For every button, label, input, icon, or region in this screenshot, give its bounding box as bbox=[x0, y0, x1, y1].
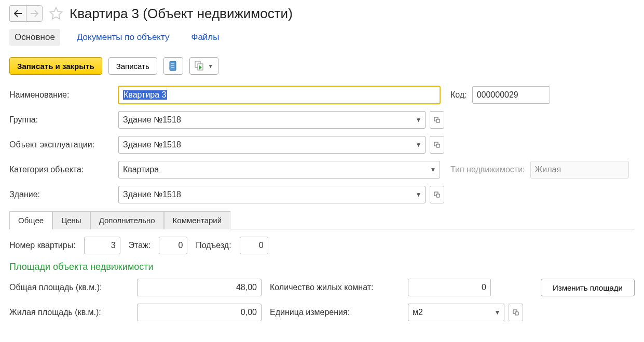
exploit-object-input[interactable]: Здание №1518 bbox=[118, 136, 412, 154]
chevron-down-icon: ▼ bbox=[430, 166, 436, 173]
nav-tab-documents[interactable]: Документы по объекту bbox=[72, 29, 175, 46]
realty-type-label: Тип недвижимости: bbox=[450, 165, 525, 174]
chevron-down-icon: ▼ bbox=[208, 63, 213, 69]
chevron-down-icon: ▼ bbox=[416, 141, 422, 148]
name-label: Наименование: bbox=[9, 90, 113, 100]
floor-label: Этаж: bbox=[129, 241, 151, 250]
name-value: Квартира 3 bbox=[123, 90, 167, 100]
group-input[interactable]: Здание №1518 bbox=[118, 111, 412, 129]
floor-input[interactable] bbox=[159, 237, 187, 254]
apt-number-input[interactable] bbox=[84, 237, 120, 254]
page-title: Квартира 3 (Объект недвижимости) bbox=[70, 6, 293, 22]
exploit-open-button[interactable] bbox=[430, 136, 444, 154]
code-input[interactable] bbox=[472, 86, 550, 104]
building-input[interactable]: Здание №1518 bbox=[118, 186, 412, 203]
total-area-input[interactable] bbox=[137, 279, 262, 296]
total-area-label: Общая площадь (кв.м.): bbox=[9, 283, 129, 292]
group-dropdown-button[interactable]: ▼ bbox=[412, 111, 426, 129]
name-input[interactable]: Квартира 3 bbox=[118, 86, 440, 104]
areas-section-title: Площади объекта недвижимости bbox=[9, 262, 635, 272]
chevron-down-icon: ▼ bbox=[495, 309, 501, 316]
living-area-input[interactable] bbox=[137, 304, 262, 321]
building-open-button[interactable] bbox=[430, 186, 444, 203]
building-dropdown-button[interactable]: ▼ bbox=[412, 186, 426, 203]
unit-label: Единица измерения: bbox=[270, 308, 400, 317]
entrance-input[interactable] bbox=[240, 237, 268, 254]
open-icon bbox=[434, 191, 440, 198]
code-label: Код: bbox=[450, 90, 467, 100]
chevron-down-icon: ▼ bbox=[416, 116, 422, 124]
exploit-object-label: Объект эксплуатации: bbox=[9, 140, 113, 149]
category-input[interactable]: Квартира bbox=[118, 161, 427, 179]
subtab-general[interactable]: Общее bbox=[9, 211, 52, 229]
category-dropdown-button[interactable]: ▼ bbox=[427, 161, 440, 179]
back-button[interactable] bbox=[9, 5, 26, 22]
report-icon bbox=[169, 61, 178, 71]
group-open-button[interactable] bbox=[430, 111, 444, 129]
create-on-basis-icon bbox=[195, 61, 205, 71]
unit-input[interactable]: м2 bbox=[408, 304, 491, 321]
favorite-star-icon[interactable] bbox=[49, 6, 63, 21]
nav-tab-main[interactable]: Основное bbox=[9, 29, 60, 46]
report-button[interactable] bbox=[163, 57, 183, 75]
building-label: Здание: bbox=[9, 190, 113, 199]
group-label: Группа: bbox=[9, 115, 113, 125]
entrance-label: Подъезд: bbox=[196, 241, 231, 250]
open-icon bbox=[513, 309, 519, 316]
rooms-count-label: Количество жилых комнат: bbox=[270, 283, 400, 292]
save-button[interactable]: Записать bbox=[108, 57, 157, 75]
chevron-down-icon: ▼ bbox=[416, 191, 422, 198]
rooms-count-input[interactable] bbox=[408, 279, 491, 296]
realty-type-input: Жилая bbox=[530, 161, 629, 179]
unit-open-button[interactable] bbox=[509, 304, 523, 321]
save-and-close-button[interactable]: Записать и закрыть bbox=[9, 57, 102, 75]
open-icon bbox=[434, 142, 440, 148]
subtab-prices[interactable]: Цены bbox=[52, 211, 90, 229]
forward-button[interactable] bbox=[26, 5, 43, 22]
unit-dropdown-button[interactable]: ▼ bbox=[491, 304, 504, 321]
subtab-comment[interactable]: Комментарий bbox=[164, 211, 230, 229]
subtab-extra[interactable]: Дополнительно bbox=[90, 211, 164, 229]
exploit-dropdown-button[interactable]: ▼ bbox=[412, 136, 426, 154]
arrow-right-icon bbox=[30, 10, 38, 17]
nav-tab-files[interactable]: Файлы bbox=[186, 29, 224, 46]
apt-number-label: Номер квартиры: bbox=[9, 241, 76, 250]
change-areas-button[interactable]: Изменить площади bbox=[541, 279, 635, 296]
arrow-left-icon bbox=[14, 10, 22, 17]
create-based-on-button[interactable]: ▼ bbox=[189, 57, 218, 75]
open-icon bbox=[434, 117, 440, 123]
living-area-label: Жилая площадь (кв.м.): bbox=[9, 308, 129, 317]
svg-rect-0 bbox=[170, 61, 176, 71]
category-label: Категория объекта: bbox=[9, 165, 113, 174]
